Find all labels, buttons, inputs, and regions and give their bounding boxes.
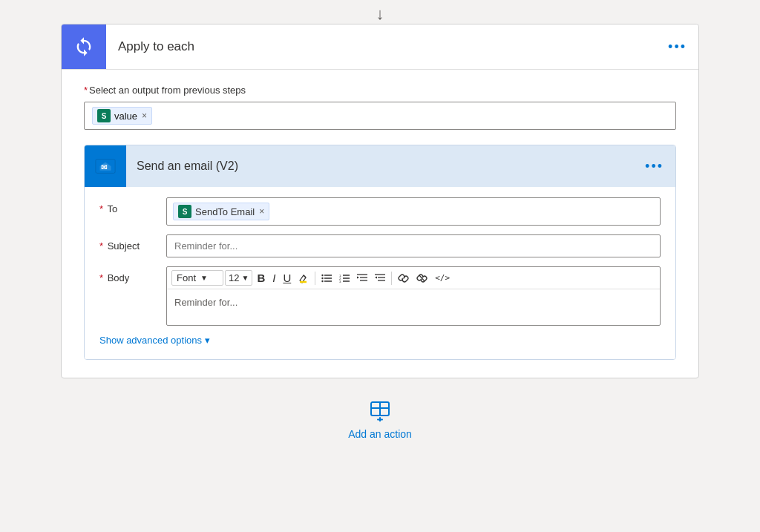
underline-button[interactable]: U [280, 270, 294, 286]
italic-button[interactable]: I [269, 270, 278, 286]
subject-row: * Subject [99, 234, 661, 257]
body-required: * [99, 272, 103, 283]
svg-line-24 [402, 278, 405, 278]
sendto-token-icon: S [178, 205, 191, 218]
send-email-header: ✉ Send an email (V2) ••• [85, 145, 675, 187]
body-label: * Body [99, 266, 166, 283]
output-field[interactable]: S value × [84, 102, 676, 130]
send-email-body: * To S SendTo Email × [85, 187, 675, 359]
token-icon: S [97, 109, 111, 122]
add-action-svg-icon [368, 401, 392, 421]
toolbar-divider-2 [391, 272, 392, 285]
subject-required: * [99, 240, 103, 252]
add-action-label: Add an action [348, 428, 412, 440]
subject-label: * Subject [99, 234, 166, 252]
highlight-icon [298, 273, 309, 283]
to-field[interactable]: S SendTo Email × [166, 197, 661, 226]
link-button[interactable] [395, 272, 412, 284]
font-size-chevron: ▼ [241, 274, 249, 282]
svg-marker-19 [357, 276, 359, 278]
loop-icon [73, 36, 94, 57]
apply-to-each-more-button[interactable]: ••• [668, 39, 698, 55]
code-button[interactable]: </> [432, 272, 453, 284]
indent-increase-icon [375, 274, 385, 283]
send-email-icon-box: ✉ [85, 145, 126, 187]
send-email-card: ✉ Send an email (V2) ••• * To [84, 145, 676, 360]
highlight-button[interactable] [295, 272, 312, 285]
to-label: * To [99, 197, 166, 214]
indent-decrease-icon [357, 274, 367, 283]
apply-to-each-card: Apply to each ••• *Select an output from… [61, 24, 699, 378]
value-token[interactable]: S value × [92, 107, 152, 125]
sendto-token-label: SendTo Email [195, 206, 255, 217]
page-container: ↓ Apply to each ••• *Select an output fr… [0, 0, 760, 532]
required-star: * [84, 85, 88, 96]
apply-to-each-icon [62, 24, 106, 69]
svg-point-5 [322, 277, 324, 278]
link-icon [398, 274, 409, 283]
unlink-icon [416, 274, 428, 283]
apply-to-each-title: Apply to each [106, 39, 668, 54]
body-row: * Body Font ▼ [99, 266, 661, 326]
font-dropdown-chevron: ▼ [200, 274, 208, 282]
to-row: * To S SendTo Email × [99, 197, 661, 226]
font-dropdown[interactable]: Font ▼ [171, 270, 223, 286]
numbered-list-icon: 1. 2. 3. [339, 274, 350, 283]
to-field-inner[interactable]: S SendTo Email × [167, 198, 660, 225]
svg-text:✉: ✉ [101, 163, 108, 171]
subject-field[interactable] [166, 234, 661, 257]
font-label: Font [177, 272, 196, 283]
to-required: * [99, 203, 103, 214]
svg-text:3.: 3. [339, 280, 341, 283]
svg-marker-23 [375, 276, 377, 278]
subject-input[interactable] [167, 235, 660, 257]
svg-point-4 [322, 274, 324, 275]
token-label: value [114, 111, 137, 122]
show-advanced-label: Show advanced options [99, 335, 202, 346]
top-arrow-icon: ↓ [376, 6, 384, 22]
apply-to-each-body: *Select an output from previous steps S … [62, 70, 698, 378]
apply-to-each-header: Apply to each ••• [62, 24, 698, 70]
send-email-more-button[interactable]: ••• [645, 159, 675, 174]
unlink-button[interactable] [413, 272, 430, 284]
font-size-dropdown[interactable]: 12 ▼ [225, 270, 252, 286]
bold-button[interactable]: B [254, 270, 268, 286]
body-toolbar: Font ▼ 12 ▼ B [167, 267, 660, 289]
sendto-token-close[interactable]: × [259, 206, 264, 217]
indent-decrease-button[interactable] [354, 272, 370, 284]
add-action-icon [368, 401, 392, 424]
bullet-list-button[interactable] [318, 272, 335, 284]
send-email-title: Send an email (V2) [126, 160, 645, 173]
token-close-button[interactable]: × [142, 111, 147, 121]
numbered-list-button[interactable]: 1. 2. 3. [336, 272, 353, 284]
sendto-token[interactable]: S SendTo Email × [173, 203, 269, 220]
body-content[interactable]: Reminder for... [167, 289, 660, 325]
svg-point-6 [322, 280, 324, 281]
body-field[interactable]: Font ▼ 12 ▼ B [166, 266, 661, 326]
outlook-icon: ✉ [94, 155, 117, 177]
indent-increase-button[interactable] [372, 272, 388, 284]
bullet-list-icon [321, 274, 332, 283]
add-action-container: Add an action [348, 401, 412, 440]
show-advanced-chevron: ▾ [205, 335, 210, 346]
show-advanced-button[interactable]: Show advanced options ▾ [99, 335, 661, 346]
select-output-label: *Select an output from previous steps [84, 85, 676, 96]
font-size-label: 12 [229, 272, 239, 283]
toolbar-divider-1 [315, 272, 315, 285]
add-action-button[interactable]: Add an action [348, 401, 412, 440]
